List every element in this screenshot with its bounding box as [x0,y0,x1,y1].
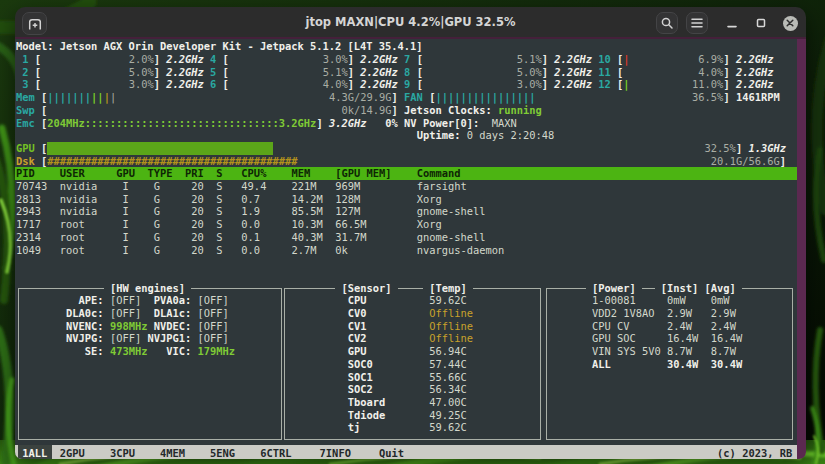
swap-gauge-value: 0k/14.9G [342,104,392,117]
power-avg-value: 0mW [711,294,730,307]
search-button[interactable] [656,12,678,34]
close-button[interactable] [779,12,801,34]
process-row-cell: 20 [191,231,204,244]
emc-frequency: 3.2GHz [329,117,367,130]
fan-gauge-end: ] [723,91,729,104]
sensor-temp: 49.25C [429,409,467,422]
engine-status: [OFF] [198,332,229,345]
process-row-cell: S [216,180,222,193]
menu-item-6ctrl[interactable]: 6CTRL [260,447,291,459]
process-row-cell: nvidia [60,205,98,218]
process-row-cell: 127M [335,205,360,218]
copyright: (c) 2023, RB [717,447,792,459]
engine-name: SE: [85,345,104,358]
cpu3-percent: 3.0% [129,78,154,91]
cpu6-gauge: [ [223,78,229,91]
titlebar[interactable]: jtop MAXN|CPU 4.2%|GPU 32.5% [15,7,806,39]
menu-item-1all[interactable]: 1ALL [22,447,47,459]
model-line: Model: Jetson AGX Orin Developer Kit - J… [16,40,423,53]
sensor-temp: Offline [429,307,473,320]
cpu11-gauge: [ [617,66,623,79]
power-rail-name: GPU SOC [592,332,636,345]
cpu4-gauge-end: ] [348,53,354,66]
minimize-icon [727,18,737,28]
cpu12-gauge-end: ] [723,78,729,91]
process-row-cell: I [122,218,128,231]
process-header-cpu%: CPU% [241,167,266,180]
cpu1-gauge-end: ] [154,53,160,66]
power-inst-value: 2.4W [667,320,692,333]
process-row-cell: I [122,231,128,244]
process-header-command: Command [417,167,461,180]
maximize-icon [756,18,766,28]
process-row-cell: 31.7M [335,231,366,244]
swap-gauge-label: Swp [16,104,35,117]
menu-item-4mem[interactable]: 4MEM [160,447,185,459]
engine-name: APE: [79,294,104,307]
emc-gauge-end: ] [316,117,322,130]
process-row-cell: 20 [191,244,204,257]
sensor-name: SOC2 [348,383,373,396]
cpu7-percent: 5.1% [517,53,542,66]
sensor-name: Tdiode [348,409,386,422]
menu-item-3cpu[interactable]: 3CPU [110,447,135,459]
cpu5-gauge: [ [223,66,229,79]
sensor-name: SOC1 [348,371,373,384]
engine-name: NVJPG1: [147,332,191,345]
new-tab-button[interactable] [22,12,47,35]
power-inst-value: 16.4W [667,332,698,345]
swap-gauge: [ [41,104,47,117]
cpu1-label: 1 [22,53,28,66]
mem-gauge-label: Mem [16,91,35,104]
menu-item-7info[interactable]: 7INFO [320,447,351,459]
menu-item-quit[interactable]: Quit [379,447,404,459]
cpu6-percent: 4.0% [323,78,348,91]
process-row-cell: 0.0 [241,244,260,257]
maximize-button[interactable] [750,12,772,34]
power-rail-name: 1-00081 [592,294,636,307]
power-avg-title: [Avg] [705,282,743,295]
process-row-cell: nvargus-daemon [417,244,505,257]
process-row-cell: G [154,193,160,206]
menu-item-5eng[interactable]: 5ENG [210,447,235,459]
cpu3-label: 3 [22,78,28,91]
engine-name: PVA0a: [154,294,192,307]
cpu2-gauge: [ [35,66,41,79]
cpu1-frequency: 2.2GHz [166,53,204,66]
sensor-temp: Offline [429,332,473,345]
cpu1-percent: 2.0% [129,53,154,66]
cpu11-label: 11 [598,66,611,79]
cpu2-gauge-end: ] [154,66,160,79]
process-row-cell: G [154,231,160,244]
menu-button[interactable] [686,12,708,34]
disk-gauge-label: Dsk [16,155,35,168]
engine-status: [OFF] [110,294,141,307]
cpu4-percent: 3.0% [323,53,348,66]
cpu7-gauge: [ [417,53,423,66]
menu-item-2gpu[interactable]: 2GPU [60,447,85,459]
hw-engines-title: [HW engines] [104,282,192,295]
cpu10-label: 10 [598,53,611,66]
temp-title: [Temp] [423,282,473,295]
engine-status: [OFF] [198,307,229,320]
process-row-cell: 85.5M [291,205,322,218]
process-row-cell: farsight [417,180,467,193]
scrollbar[interactable] [797,39,806,460]
minimize-button[interactable] [721,12,743,34]
mem-gauge-bar: || [91,91,104,104]
power-inst-value: 0mW [667,294,686,307]
cpu7-gauge-end: ] [542,53,548,66]
process-row-cell: 20 [191,193,204,206]
process-row-cell: 10.3M [291,218,322,231]
terminal-screen: Model: Jetson AGX Orin Developer Kit - J… [15,39,797,460]
search-icon [660,16,674,30]
process-row-cell: gnome-shell [417,205,486,218]
swap-gauge-end: ] [392,104,398,117]
sensor-temp: 55.66C [429,371,467,384]
cpu8-gauge-end: ] [542,66,548,79]
cpu3-gauge: [ [35,78,41,91]
emc-percent: 0% [385,117,398,130]
engine-status: 998MHz [110,320,148,333]
cpu12-percent: 11.0% [692,78,723,91]
cpu5-label: 5 [210,66,216,79]
